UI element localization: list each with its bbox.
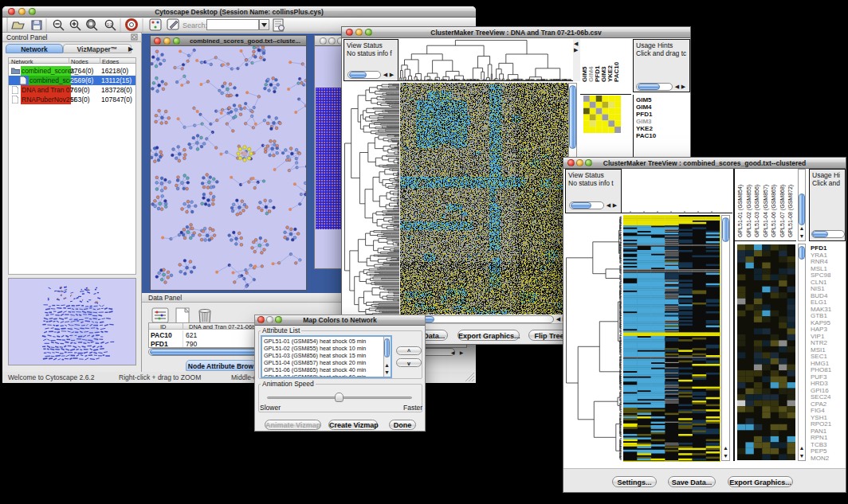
svg-text:1:1: 1:1 <box>107 22 112 27</box>
